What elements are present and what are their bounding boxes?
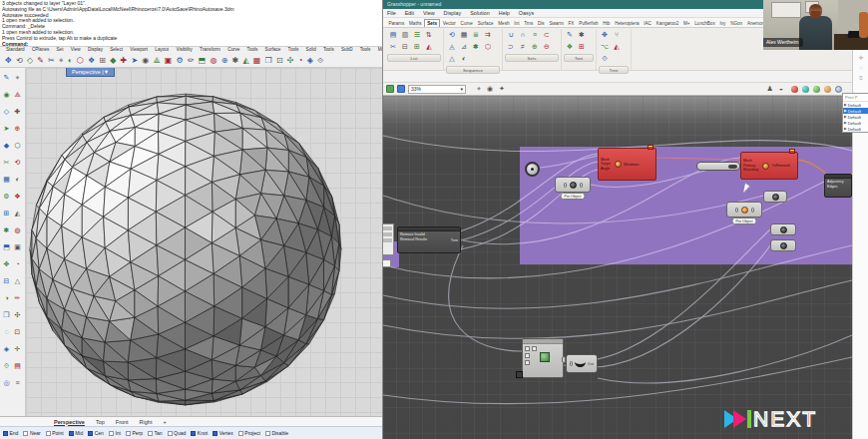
tab-mesh[interactable]: Mesh [496,20,512,27]
sketch-icons[interactable]: ♟◒ [763,85,786,93]
checkbox[interactable] [126,431,131,436]
tab-lunchbox[interactable]: LunchBox [692,20,717,27]
osnap-mid[interactable]: Mid [69,430,84,436]
perspective-viewport[interactable]: Perspective |▼ [26,68,382,416]
osnap-point[interactable]: Point [46,430,64,436]
preview-wireframe-icon[interactable] [835,86,842,93]
osnap-near[interactable]: Near [23,430,40,436]
ribbon-group-label[interactable]: Sequence [446,66,500,74]
relay-component[interactable] [525,162,540,177]
tab-front[interactable]: Front [116,419,129,425]
osnap-tan[interactable]: Tan [148,430,163,436]
osnap-perp[interactable]: Perp [126,430,143,436]
osnap-end[interactable]: End [3,430,18,436]
toggle-component[interactable] [516,371,523,378]
input-nub[interactable] [570,361,573,366]
menu-edit[interactable]: Edit [405,10,414,16]
menu-file[interactable]: File [387,10,396,16]
output-nub[interactable] [580,183,583,188]
osnap-knot[interactable]: Knot [191,430,208,436]
input-label[interactable]: Edges [827,185,849,190]
tab-display[interactable]: Dis [536,20,547,27]
checkbox[interactable] [23,431,28,436]
ribbon-group-label[interactable]: Sets [505,54,559,62]
tab-heteroptera[interactable]: Heteroptera [613,20,642,27]
tab-fx[interactable]: FX [566,20,577,27]
rhino-sidebar-icons[interactable]: ✎⌖◉⟁◇✚➤⊕◆⬡✂⟲▦◐⚙❖⊞◭✱◍⬒▣✥◔⊟△◑✏❒✣◌⊡◈✛⟐▤◎≡ [0,68,26,416]
menu-view[interactable]: View [423,10,435,16]
clean-tree-component[interactable]: Remove Invalid Removal Results Tree [397,226,461,253]
tab-perspective[interactable]: Perspective [54,419,85,425]
ribbon-group-label[interactable]: Tree [599,66,629,74]
default-options-dropdown[interactable]: Print P ▶Default ▶Default ▶Default ▶Defa… [842,93,868,133]
dropdown-item[interactable]: ▶Default [843,126,868,132]
preview-custom-icon[interactable] [824,86,831,93]
tab-maths[interactable]: Maths [407,20,424,27]
small-param-component[interactable] [763,191,787,203]
tab-iac[interactable]: IAC [642,20,653,27]
ribbon-group-label[interactable]: Text [564,54,594,62]
command-history[interactable]: 3 objects changed to layer "Layer 01". A… [0,0,382,47]
preview-settings-component[interactable] [522,338,564,378]
checkbox[interactable] [148,431,153,436]
checkbox[interactable] [69,431,74,436]
checkbox[interactable] [238,431,243,436]
tab-swarm[interactable]: Swarm [547,20,566,27]
checkbox[interactable] [46,431,51,436]
output-nub[interactable] [751,208,754,213]
osnap-vertex[interactable]: Vertex [213,430,233,436]
ribbon-group-label[interactable]: List [387,54,441,62]
tab-intersect[interactable]: Int [512,20,522,27]
osnap-cen[interactable]: Cen [88,430,104,436]
checkbox[interactable] [109,431,114,436]
tab-ngon[interactable]: NGon [728,20,745,27]
zoom-level-dropdown[interactable]: 33% ▾ [408,85,466,94]
tab-right[interactable]: Right [140,419,153,425]
per-object-component[interactable]: Per Object [555,177,591,193]
preview-teal-icon[interactable] [802,86,809,93]
osnap-quad[interactable]: Quad [168,430,187,436]
tab-sets[interactable]: Sets [424,19,441,27]
menu-oasys[interactable]: Oasys [519,10,534,16]
number-slider[interactable] [696,162,740,171]
output-label[interactable]: Out [588,362,594,366]
input-nub[interactable] [564,183,567,188]
checkbox[interactable] [265,431,270,436]
rhino-toolbar-tabs[interactable]: Standard CPlanes Set View Display Select… [0,47,382,55]
new-file-icon[interactable] [386,85,394,93]
input-socket[interactable] [525,346,530,351]
tab-htb[interactable]: Htb [601,20,613,27]
checkbox[interactable] [168,431,173,436]
panel-component-small[interactable] [383,259,391,267]
input-label[interactable]: Angle [601,167,611,172]
input-label[interactable]: Removal Results [400,237,458,242]
tab-top[interactable]: Top [96,419,105,425]
panel-icon[interactable]: ✛ [853,54,868,61]
ribbon-icons[interactable]: ✎✱❖⊞ [564,29,594,53]
tab-mplus[interactable]: M+ [681,20,692,27]
small-param-component[interactable] [770,223,796,235]
checkbox[interactable] [3,431,8,436]
per-object-component-2[interactable]: Per Object [726,202,762,218]
error-component-triremesh[interactable]: Mesh Primary Boundary TriRemesh [740,152,798,180]
preview-shaded-icon[interactable] [813,86,820,93]
tab-add[interactable]: + [163,419,166,425]
ribbon-icons[interactable]: ▤▥☰⇅✂⊟⊞◭ [387,29,441,53]
menu-help[interactable]: Help [499,10,510,16]
menu-display[interactable]: Display [444,10,462,16]
input-nub[interactable] [735,208,738,213]
rhino-toolbar-icons[interactable]: ✥⟲◇✎✂⌖◐⬡❖⊞◆✚➤◉⟁▣⚙✏⬒◍⊕✱◭▦❒⊡✣◔◈⟐ [0,55,382,68]
tab-params[interactable]: Params [386,20,407,27]
tab-kangaroo2[interactable]: Kangaroo2 [653,20,680,27]
osnap-project[interactable]: Project [238,430,260,436]
input-label[interactable]: Boundary [743,168,758,173]
input-socket[interactable] [532,346,537,351]
checkbox[interactable] [88,431,93,436]
canvas-view-icons[interactable]: ⌖◉✦ [474,85,508,93]
panel-icon[interactable]: ◌ [853,65,868,71]
tab-ivy[interactable]: Ivy [717,20,728,27]
save-icon[interactable] [397,85,405,93]
checkbox[interactable] [191,431,196,436]
output-label[interactable]: Tree [451,238,458,242]
error-component-windows[interactable]: Mesh Target Angle Windows [598,148,656,181]
